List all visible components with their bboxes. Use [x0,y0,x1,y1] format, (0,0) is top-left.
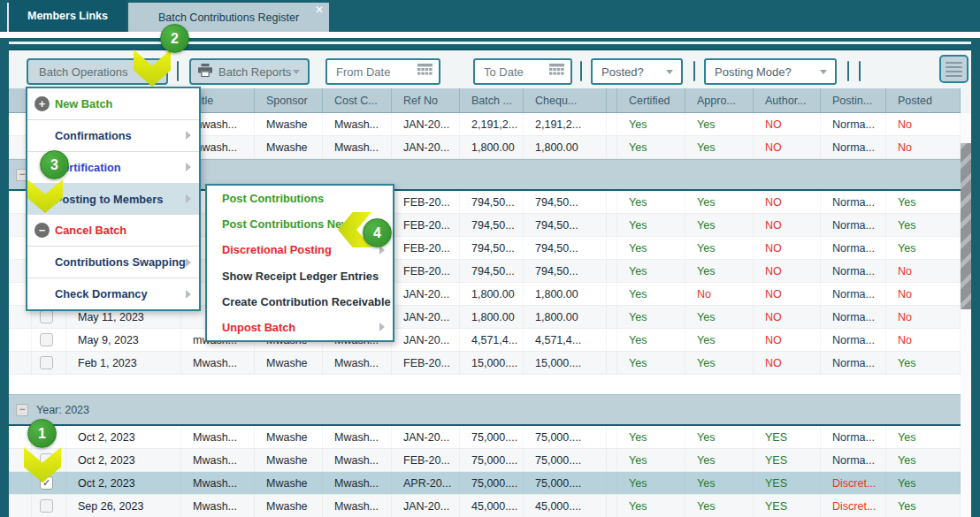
cell-ref-no: FEB-20... [392,449,460,471]
header-cheque[interactable]: Chequ... [524,88,607,112]
submenu-item-unpost-batch[interactable]: Unpost Batch [207,315,393,340]
cell-batch-amount: 794,50... [460,237,524,259]
step-2-badge: 2 [160,24,189,53]
cell-approved: Yes [685,306,754,328]
table-row[interactable]: Oct 2, 2023Mwash...MwasheMwash...FEB-20.… [9,449,961,472]
header-posting-mode[interactable]: Postin... [821,88,886,112]
plus-circle-icon: + [34,96,50,111]
grid-menu-button[interactable] [939,55,969,83]
menu-item-label: Contributions Swapping [55,255,186,269]
row-checkbox[interactable] [40,356,53,369]
table-row[interactable]: Sep 26, 2023Mwash...MwasheMwash...JAN-20… [9,495,961,517]
calendar-icon[interactable] [549,64,564,80]
cell-approved: Yes [685,352,754,374]
cell-sponsor: Mwashe [255,495,323,517]
menu-item-contributions-swapping[interactable]: Contributions Swapping [27,247,199,278]
row-checkbox[interactable] [40,310,53,323]
submenu-item-post-contributions[interactable]: Post Contributions [207,186,393,211]
row-checkbox[interactable] [40,499,53,513]
header-certified[interactable]: Certified [617,88,685,112]
vertical-scrollbar[interactable] [961,113,971,517]
spacer-cell [607,449,617,471]
cell-cost-centre: Mwash... [323,449,392,471]
submenu-item-create-contribution-receivable[interactable]: Create Contribution Receivable [207,289,393,315]
tab-batch-contributions-register[interactable]: Batch Contributions Register ✕ [128,3,329,32]
cell-certified: Yes [617,237,685,259]
spacer-cell [607,495,617,517]
submenu-item-show-receipt-ledger-entries[interactable]: Show Receipt Ledger Entries [207,263,393,289]
cell-posted: No [886,136,961,158]
cell-authorised: YES [754,472,821,494]
posting-mode-filter-label: Posting Mode? [706,65,820,79]
cell-certified: Yes [617,495,685,517]
table-row[interactable]: Feb 1, 2023Mwash...MwasheMwash...FEB-20.… [9,352,961,375]
collapse-minus-icon[interactable]: − [16,404,28,416]
cell-posted: No [886,260,961,282]
close-icon[interactable]: ✕ [315,4,324,16]
cell-cost-centre: Mwash... [323,136,392,158]
cell-certified: Yes [617,449,685,471]
scrollbar-thumb[interactable] [961,143,971,309]
menu-item-cancel-batch[interactable]: − Cancel Batch [27,215,199,247]
toolbar-separator [847,61,849,81]
header-posted[interactable]: Posted [886,88,961,112]
cell-approved: Yes [685,426,754,448]
row-checkbox[interactable] [40,333,53,346]
cell-sponsor: Mwashe [255,449,323,471]
header-batch-amount[interactable]: Batch ... [460,88,524,112]
cell-cost-centre: Mwash... [323,426,392,448]
cell-certified: Yes [617,191,685,213]
cell-approved: Yes [685,260,754,282]
toolbar-separator [580,61,582,81]
cell-ref-no: JAN-20... [392,495,460,517]
submenu-arrow-icon [186,163,191,171]
cell-posted: Yes [886,426,961,448]
menu-item-check-dormancy[interactable]: Check Dormancy [27,278,199,309]
spacer-cell [607,214,617,236]
chevron-down-icon [820,70,827,74]
cell-cheque: 794,50... [524,214,607,236]
cell-certified: Yes [617,472,685,494]
spacer-cell [607,426,617,448]
cell-authorised: NO [754,191,821,213]
cell-cheque: 75,000.... [524,449,607,471]
header-authorised[interactable]: Author... [754,88,821,112]
posted-filter-dropdown[interactable]: Posted? [591,58,683,85]
header-ref-no[interactable]: Ref No [392,88,460,112]
table-row[interactable]: Oct 2, 2023Mwash...MwasheMwash...JAN-20.… [9,426,961,449]
header-sponsor[interactable]: Sponsor [255,88,323,112]
submenu-arrow-icon [186,290,191,299]
menu-item-confirmations[interactable]: Confirmations [27,120,199,152]
header-cost-centre[interactable]: Cost C... [323,88,392,112]
posting-to-members-submenu: Post Contributions Post Contributions Ne… [205,184,394,342]
cell-cheque: 15,000.... [524,352,607,374]
to-date-input[interactable]: To Date [473,58,572,85]
cell-batch-amount: 794,50... [460,191,524,213]
cell-batch-amount: 2,191,2... [460,113,524,135]
cell-sponsor: Mwashe [255,352,323,374]
menu-item-new-batch[interactable]: + New Batch [27,88,199,120]
menu-item-label: Create Contribution Receivable [222,295,391,308]
posting-mode-filter-dropdown[interactable]: Posting Mode? [704,58,837,85]
table-row[interactable]: ✓Oct 2, 2023Mwash...MwasheMwash...APR-20… [9,472,961,495]
cell-posted: Yes [886,495,961,517]
cell-certified: Yes [617,260,685,282]
calendar-icon[interactable] [417,64,433,80]
cell-posted: Yes [886,449,961,471]
tab-members-links[interactable]: Members Links [9,0,126,32]
tab-label: Members Links [27,10,108,22]
cell-date: Feb 1, 2023 [66,352,181,374]
posted-filter-label: Posted? [593,65,666,79]
table-row[interactable]: May 9, 2023mwash...MwasheMwash...JAN-20.… [9,329,961,352]
from-date-input[interactable]: From Date [325,58,440,85]
batch-reports-button[interactable]: Batch Reports [189,58,310,85]
cell-posted: Yes [886,352,961,374]
cell-certified: Yes [617,426,685,448]
spacer-cell [607,113,617,135]
menu-item-label: New Batch [55,97,112,110]
header-approved[interactable]: Appro... [685,88,754,112]
menu-item-label: Confirmations [55,129,132,142]
cell-posting-mode: Discret... [821,472,886,494]
cell-approved: No [685,283,754,305]
checkbox-cell [32,329,66,351]
